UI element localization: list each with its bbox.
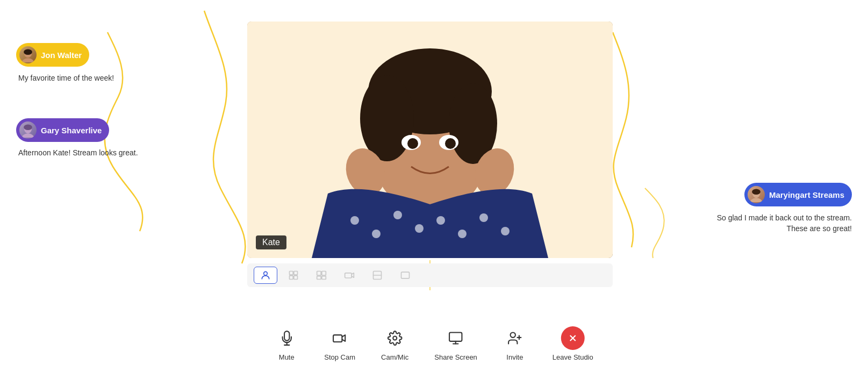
svg-point-10 [407,138,418,149]
jon-message: My favorite time of the week! [16,73,114,84]
svg-point-48 [24,49,32,55]
grid-icon-btn[interactable] [282,267,305,284]
svg-point-20 [479,213,488,222]
gary-name: Gary Shaverlive [41,126,102,135]
mute-control[interactable]: Mute [275,326,298,361]
gary-avatar [19,121,37,139]
cam-mic-label: Cam/Mic [381,353,408,361]
gary-message: Afternoon Kate! Stream looks great. [16,148,138,157]
mary-avatar [748,186,765,203]
person-icon-btn[interactable] [254,267,277,284]
svg-rect-29 [317,276,321,280]
svg-rect-28 [322,271,326,276]
svg-point-19 [458,230,467,238]
camera-small-btn[interactable] [338,267,361,284]
invite-icon [503,326,527,350]
layout-btn[interactable] [365,267,389,284]
stop-cam-label: Stop Cam [324,353,355,361]
svg-point-42 [511,333,515,338]
svg-rect-30 [322,276,326,280]
svg-point-54 [752,189,761,195]
svg-point-52 [21,133,35,138]
svg-rect-31 [345,273,352,278]
svg-rect-26 [294,276,298,280]
jon-chat-area: Jon Walter My favorite time of the week! [16,43,114,84]
person-silhouette [247,22,613,258]
video-feed [247,22,613,258]
mary-message: So glad I made it back out to the stream… [701,213,852,234]
mute-icon [275,326,298,350]
svg-point-18 [436,216,445,225]
leave-studio-label: Leave Studio [553,353,593,361]
invite-control[interactable]: Invite [503,326,527,361]
mary-badge: Maryingart Streams [744,183,852,206]
leave-studio-control[interactable]: Leave Studio [553,326,593,361]
svg-rect-25 [290,276,293,280]
video-container: Kate [247,22,613,258]
mary-name: Maryingart Streams [769,190,844,199]
svg-rect-37 [333,335,342,342]
svg-rect-24 [294,271,298,275]
svg-point-17 [415,224,424,233]
mute-label: Mute [279,353,295,361]
svg-point-55 [750,198,763,202]
svg-point-11 [445,138,456,149]
gary-badge: Gary Shaverlive [16,118,109,142]
svg-rect-34 [401,272,410,278]
leave-studio-icon [561,326,585,350]
jon-badge: Jon Walter [16,43,89,67]
gary-chat-area: Gary Shaverlive Afternoon Kate! Stream l… [16,118,138,157]
jon-name: Jon Walter [41,51,82,60]
svg-point-15 [372,230,381,238]
stop-cam-control[interactable]: Stop Cam [324,326,355,361]
video-grid-btn[interactable] [310,267,333,284]
svg-point-49 [21,58,35,62]
mary-chat-area: Maryingart Streams So glad I made it bac… [701,183,852,234]
cam-mic-control[interactable]: Cam/Mic [381,326,408,361]
bottom-controls: Mute Stop Cam Cam/Mic S [275,326,593,361]
svg-point-38 [393,337,397,340]
stop-cam-icon [328,326,351,350]
toolbar-strip [247,263,613,287]
more-options-btn[interactable] [393,267,417,284]
svg-point-21 [501,227,510,235]
svg-rect-23 [290,271,293,275]
share-screen-control[interactable]: Share Screen [434,326,477,361]
svg-point-16 [393,211,402,219]
jon-avatar [19,46,37,63]
cam-mic-icon [383,326,407,350]
svg-point-51 [24,125,32,131]
invite-label: Invite [506,353,523,361]
participant-name-tag: Kate [256,235,286,249]
share-screen-icon [444,326,468,350]
svg-point-22 [264,271,268,275]
share-screen-label: Share Screen [434,353,477,361]
svg-rect-27 [317,271,321,276]
svg-point-14 [350,216,359,225]
svg-rect-39 [449,333,462,341]
